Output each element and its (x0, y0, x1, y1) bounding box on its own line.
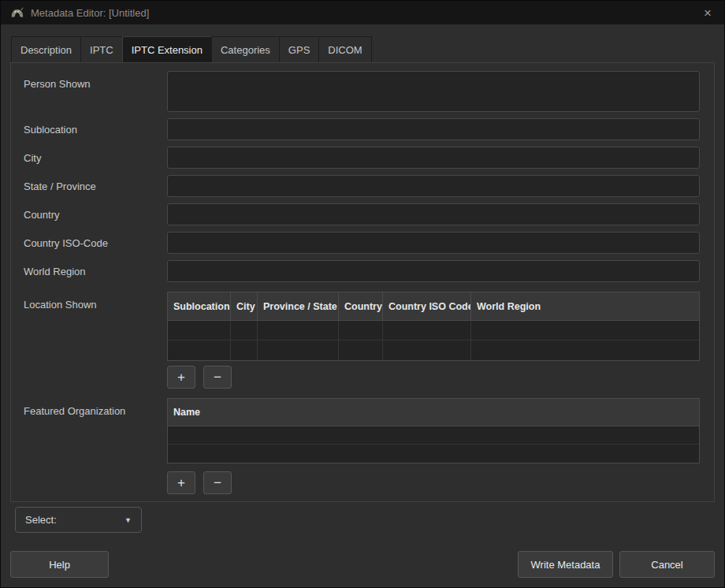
window-title: Metadata Editor: [Untitled] (31, 7, 694, 19)
location-shown-table: Sublocation City Province / State Countr… (167, 292, 700, 361)
table-cell[interactable] (168, 426, 699, 445)
metadata-editor-window: Metadata Editor: [Untitled] × Descriptio… (0, 0, 725, 588)
world-region-input[interactable] (167, 260, 700, 282)
field-label: World Region (24, 266, 167, 277)
field-label: Person Shown (24, 71, 167, 90)
country-input[interactable] (167, 203, 700, 225)
table-cell[interactable] (231, 321, 258, 341)
select-dropdown-label: Select: (25, 514, 125, 526)
sublocation-input[interactable] (167, 118, 700, 140)
state-province-input[interactable] (167, 175, 700, 197)
location-shown-actions: + − (167, 366, 700, 389)
tab-dicom[interactable]: DICOM (318, 36, 371, 62)
featured-organization-actions: + − (167, 471, 700, 494)
table-cell[interactable] (168, 321, 231, 341)
table-cell[interactable] (339, 341, 383, 360)
field-row-sublocation: Sublocation (24, 118, 700, 140)
field-label: Featured Organization (24, 398, 167, 417)
field-row-state-province: State / Province (24, 175, 700, 197)
field-row-country-iso-code: Country ISO-Code (24, 232, 700, 254)
table-cell[interactable] (383, 321, 471, 341)
iptc-extension-panel: Person Shown Sublocation City State / Pr… (10, 62, 715, 502)
column-header: City (231, 292, 258, 321)
tab-iptc[interactable]: IPTC (80, 36, 123, 62)
help-button[interactable]: Help (10, 551, 109, 578)
table-cell[interactable] (471, 321, 699, 341)
tab-gps[interactable]: GPS (279, 36, 319, 62)
country-iso-code-input[interactable] (167, 232, 700, 254)
field-row-city: City (24, 147, 700, 169)
add-row-button[interactable]: + (167, 366, 195, 389)
field-row-person-shown: Person Shown (24, 71, 700, 112)
gimp-wilber-icon (10, 7, 24, 19)
field-row-country: Country (24, 203, 700, 225)
field-label: Location Shown (24, 292, 167, 311)
cancel-button[interactable]: Cancel (619, 551, 715, 578)
field-label: Country ISO-Code (24, 237, 167, 249)
person-shown-input[interactable] (167, 71, 700, 112)
location-shown-section: Location Shown Sublocation City Province… (24, 292, 700, 398)
column-header: Sublocation (168, 292, 231, 321)
field-row-world-region: World Region (24, 260, 700, 282)
table-cell[interactable] (258, 341, 339, 360)
column-header: Country ISO Code (383, 292, 471, 321)
column-header: Name (168, 399, 699, 426)
table-cell[interactable] (231, 341, 258, 360)
table-cell[interactable] (258, 321, 339, 341)
select-row: Select: ▼ (15, 507, 724, 533)
field-label: Country (24, 209, 167, 221)
remove-row-button[interactable]: − (203, 366, 232, 389)
chevron-down-icon: ▼ (125, 516, 132, 524)
remove-row-button[interactable]: − (203, 471, 232, 494)
table-cell[interactable] (168, 341, 231, 360)
table-cell[interactable] (339, 321, 383, 341)
tab-categories[interactable]: Categories (211, 36, 280, 62)
tab-iptc-extension[interactable]: IPTC Extension (122, 36, 212, 62)
field-label: State / Province (24, 180, 167, 192)
table-cell[interactable] (471, 341, 699, 360)
tab-description[interactable]: Description (11, 36, 81, 62)
close-icon[interactable]: × (701, 5, 715, 21)
field-label: City (24, 152, 167, 164)
table-cell[interactable] (168, 445, 699, 463)
table-cell[interactable] (383, 341, 471, 360)
write-metadata-button[interactable]: Write Metadata (518, 551, 613, 578)
city-input[interactable] (167, 147, 700, 169)
column-header: Country (339, 292, 383, 321)
field-label: Sublocation (24, 124, 167, 136)
featured-organization-section: Featured Organization Name + − (24, 398, 700, 494)
dialog-footer: Help Write Metadata Cancel (1, 551, 724, 578)
select-dropdown[interactable]: Select: ▼ (15, 507, 142, 533)
titlebar[interactable]: Metadata Editor: [Untitled] × (1, 1, 724, 24)
tab-bar: Description IPTC IPTC Extension Categori… (1, 24, 724, 62)
column-header: World Region (471, 292, 699, 321)
column-header: Province / State (258, 292, 339, 321)
add-row-button[interactable]: + (167, 471, 195, 494)
featured-organization-table: Name (167, 398, 700, 463)
